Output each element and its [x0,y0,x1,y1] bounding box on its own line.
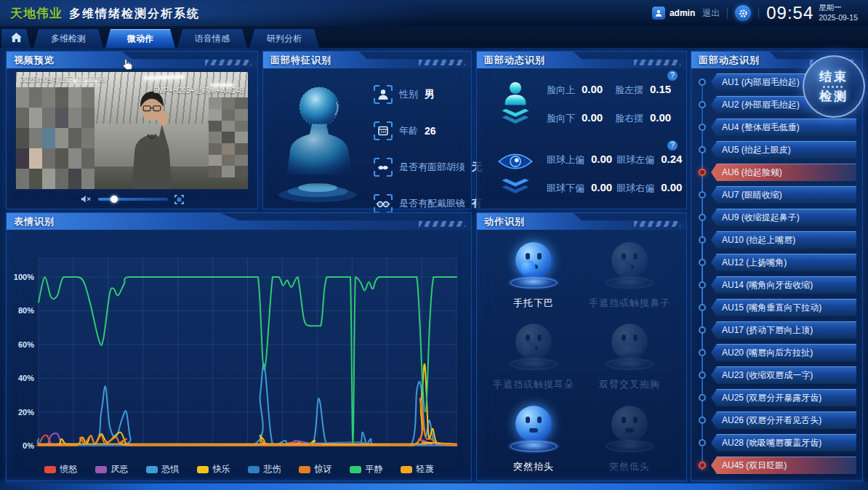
nav-tab[interactable]: 多维检测 [33,29,103,48]
face-features-panel: 面部特征识别 性别男年龄26是否有面部胡须无是否有配戴眼镜有 [262,51,472,209]
video-controls [7,192,257,206]
au-item[interactable]: AU23 (收缩双唇成一字) [711,366,856,384]
feature-label: 性别 [399,88,418,101]
nav-tab[interactable]: 语音情感 [177,29,247,48]
pedestal-glow [507,276,560,290]
feature-row: 性别男 [374,85,467,104]
au-item[interactable]: AU20 (嘴唇向后方拉扯) [711,344,856,361]
au-label: AU5 (抬起上眼皮) [711,141,856,158]
metric-label: 眼球右偏 [616,182,654,195]
au-status-dot [699,304,706,311]
legend-item[interactable]: 厌恶 [95,463,129,475]
nav-bar: 多维检测微动作语音情感研判分析 [0,26,868,48]
help-icon[interactable] [667,71,678,81]
end-button-label: 结束 [819,70,848,84]
legend-item[interactable]: 平静 [350,463,383,475]
au-status-dot [699,169,706,176]
video-timestamp: 2025年09月15日 09:53:56 [20,75,105,85]
panel-title: 视频预览 [14,54,55,67]
au-item[interactable]: AU5 (抬起上眼皮) [711,141,856,158]
head-pose-group: 脸向上0.00脸左摆0.15脸向下0.00脸右摆0.00 [484,71,679,137]
pedestal-glow [603,439,656,454]
au-item[interactable]: AU17 (挤动下唇向上顶) [711,321,856,339]
legend-item[interactable]: 悲伤 [248,463,281,475]
legend-item[interactable]: 快乐 [197,463,230,475]
home-button[interactable] [1,29,31,48]
pedestal-glow [507,357,560,371]
au-status-dot [699,417,706,424]
au-status-dot [699,259,706,266]
au-item[interactable]: AU9 (收缩提起鼻子) [711,209,856,226]
action-item: 手遮挡或触摸耳朵 [486,316,582,395]
au-label: AU28 (吮吸嘴唇覆盖牙齿) [711,434,856,451]
gear-icon[interactable] [735,5,751,21]
metric-label: 脸向下 [547,112,575,125]
au-label: AU6 (抬起脸颊) [711,164,856,181]
metric-value: 0.00 [591,181,612,193]
legend-label: 平静 [366,463,383,475]
panel-title: 动作识别 [484,215,525,228]
video-stream-info: 5MP+H265+定码率+AAC48 [153,86,244,96]
legend-item[interactable]: 轻蔑 [401,463,434,475]
feature-label: 是否有配戴眼镜 [399,197,465,210]
legend-item[interactable]: 愤怒 [44,463,78,475]
au-status-dot [699,349,706,356]
legend-swatch [350,466,361,473]
face-hand-chin-icon [515,242,552,278]
au-item[interactable]: AU6 (抬起脸颊) [711,164,856,181]
legend-label: 厌恶 [111,463,129,475]
svg-text:0%: 0% [23,441,34,450]
pedestal-glow [603,276,656,290]
logout-button[interactable]: 退出 [702,7,720,20]
beard-icon [374,158,393,177]
panel-header [7,213,471,230]
nav-tab[interactable]: 微动作 [105,29,175,48]
metric: 脸向下0.00 [547,111,611,125]
au-status-dot [699,394,706,401]
video-preview-panel: 视频预览 2025年09月15日 09:53:56 5MP+H265+定码率+ [6,51,258,209]
end-detection-button[interactable]: 结束 检测 [803,55,865,118]
au-item[interactable]: AU7 (眼睛收缩) [711,186,856,204]
nav-tab[interactable]: 研判分析 [249,29,319,48]
feature-value: 26 [425,125,436,137]
action-label: 手托下巴 [513,297,554,310]
username: admin [670,8,695,18]
header-right: admin 退出 09:54 星期一 2025-09-15 [652,3,858,23]
svg-text:40%: 40% [18,374,34,382]
panel-title: 表情识别 [14,215,55,228]
au-item[interactable]: AU4 (整体眉毛低垂) [711,119,856,136]
au-item[interactable]: AU15 (嘴角垂直向下拉动) [711,299,856,316]
au-item[interactable]: AU12 (上扬嘴角) [711,254,856,271]
legend-label: 惊讶 [315,463,332,475]
metric-value: 0.00 [582,83,603,95]
legend-label: 愤怒 [60,463,78,475]
au-item[interactable]: AU28 (吮吸嘴唇覆盖牙齿) [711,434,856,451]
clock-time: 09:54 [766,3,813,23]
legend-item[interactable]: 恐惧 [146,463,180,475]
au-item[interactable]: AU45 (双目眨眼) [711,457,856,474]
brand: 天地伟业 多维情绪检测分析系统 [10,5,200,22]
legend-swatch [95,466,107,473]
fullscreen-icon[interactable] [174,195,184,204]
face-dynamics-panel: 面部动态识别 脸向上0.00脸左摆0.15脸向下0.00脸右摆0.00 [476,51,687,209]
au-item[interactable]: AU26 (双唇分开看见舌头) [711,411,856,429]
legend-item[interactable]: 惊讶 [299,463,332,475]
volume-slider[interactable] [98,198,168,201]
arms-crossed-icon [611,324,648,360]
metric: 脸右摆0.00 [615,111,679,125]
chart-legend: 愤怒厌恶恐惧快乐悲伤惊讶平静轻蔑 [7,463,471,475]
panel-title: 面部动态识别 [484,54,545,67]
au-item[interactable]: AU10 (抬起上嘴唇) [711,231,856,249]
metric-value: 0.15 [650,83,671,95]
help-icon[interactable] [667,140,678,150]
au-status-dot [699,214,706,221]
metric: 脸左摆0.15 [615,83,679,97]
volume-knob[interactable] [110,196,118,203]
muted-speaker-icon[interactable] [81,195,92,204]
user-chip[interactable]: admin [652,7,695,20]
au-item[interactable]: AU25 (双唇分开暴露牙齿) [711,389,856,406]
eye-gaze-group: 眼球上偏0.00眼球左偏0.24眼球下偏0.00眼球右偏0.00 [484,140,679,207]
au-item[interactable]: AU14 (嘴角向牙齿收缩) [711,276,856,294]
brand-logo: 天地伟业 [10,5,63,22]
action-item: 双臂交叉抱胸 [582,316,678,395]
